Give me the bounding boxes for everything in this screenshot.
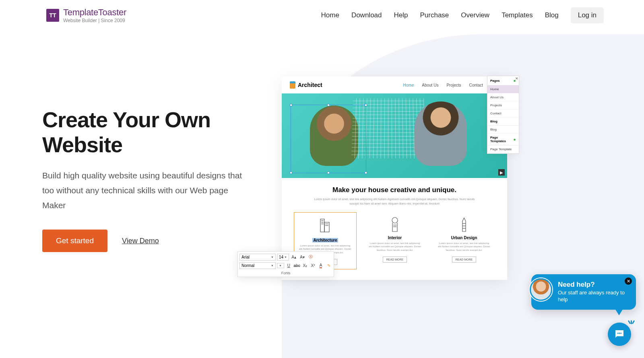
- chat-text: Our staff are always ready to help: [558, 290, 627, 303]
- increase-font-icon[interactable]: A▴: [290, 253, 297, 261]
- read-more-button[interactable]: READ MORE: [383, 257, 407, 263]
- subscript-icon[interactable]: X₂: [302, 262, 309, 269]
- svg-point-15: [620, 333, 621, 334]
- underline-icon[interactable]: U: [285, 262, 292, 269]
- toolbar-label: Fonts: [239, 270, 332, 275]
- color-select[interactable]: ▼: [277, 263, 284, 268]
- get-started-button[interactable]: Get started: [42, 230, 107, 252]
- decrease-font-icon[interactable]: A▾: [299, 253, 306, 261]
- brand-name: TemplateToaster: [63, 7, 126, 18]
- font-style-select[interactable]: Normal▼: [239, 262, 276, 269]
- main-nav: Home Download Help Purchase Overview Tem…: [321, 7, 604, 23]
- nav-download[interactable]: Download: [351, 11, 382, 19]
- logo[interactable]: TT TemplateToaster Website Builder | Sin…: [46, 7, 126, 23]
- svg-point-14: [619, 333, 620, 334]
- header: TT TemplateToaster Website Builder | Sin…: [0, 0, 644, 31]
- nav-blog[interactable]: Blog: [545, 11, 559, 19]
- nav-purchase[interactable]: Purchase: [420, 11, 449, 19]
- nav-overview[interactable]: Overview: [461, 11, 489, 19]
- highlight-icon[interactable]: ✎: [325, 262, 332, 269]
- svg-point-13: [617, 333, 619, 334]
- support-avatar: [530, 278, 552, 301]
- logo-icon: TT: [46, 9, 59, 22]
- hero-title: Create Your Own Website: [42, 107, 252, 157]
- hero: Create Your Own Website Build high quali…: [0, 31, 644, 252]
- superscript-icon[interactable]: X²: [310, 262, 316, 269]
- nav-help[interactable]: Help: [394, 11, 408, 19]
- fonts-toolbar: Arial▼ 14▼ A▴ A▾ Ⓐ Normal▼ ▼ U abc X₂ X²…: [237, 251, 334, 277]
- nav-home[interactable]: Home: [321, 11, 339, 19]
- font-size-select[interactable]: 14▼: [277, 254, 289, 261]
- font-family-select[interactable]: Arial▼: [239, 254, 276, 261]
- strikethrough-icon[interactable]: abc: [293, 262, 301, 269]
- hero-description: Build high quality website using beautif…: [42, 168, 252, 213]
- login-button[interactable]: Log in: [571, 7, 604, 23]
- read-more-button[interactable]: READ MORE: [452, 257, 476, 263]
- help-chat-bubble[interactable]: ✕ Need help? Our staff are always ready …: [531, 274, 636, 310]
- brand-tagline: Website Builder | Since 2009: [63, 18, 126, 23]
- chat-title: Need help?: [558, 281, 627, 289]
- chat-fab-button[interactable]: [608, 323, 631, 346]
- nav-templates[interactable]: Templates: [502, 11, 533, 19]
- font-color-icon[interactable]: A: [318, 262, 324, 269]
- chat-icon: [613, 328, 625, 340]
- view-demo-link[interactable]: View Demo: [122, 237, 159, 245]
- close-icon[interactable]: ✕: [625, 277, 632, 285]
- clear-formatting-icon[interactable]: Ⓐ: [307, 253, 314, 261]
